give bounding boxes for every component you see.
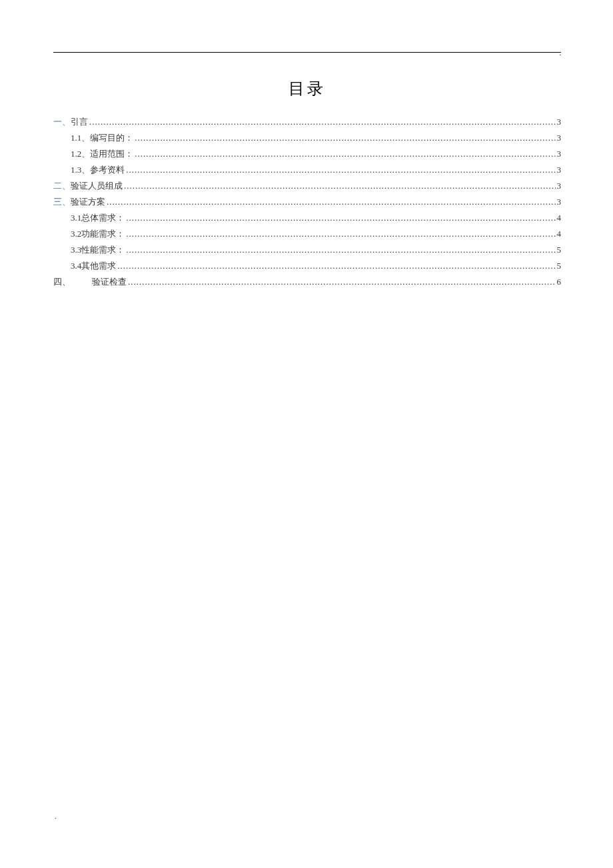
toc-entry: 3.4 其他需求5 — [53, 258, 561, 274]
toc-entry-prefix: 一、 — [53, 114, 71, 130]
toc-entry-page: 5 — [557, 258, 562, 274]
toc-entry-page: 3 — [557, 194, 562, 210]
toc-entry-prefix: 1.3、 — [71, 162, 90, 178]
toc-entry: 四、验证检查6 — [53, 274, 561, 290]
toc-entry-page: 3 — [557, 178, 562, 194]
toc-entry-page: 6 — [557, 274, 562, 290]
toc-entry-prefix: 1.2、 — [71, 146, 90, 162]
toc-entry-page: 4 — [557, 226, 562, 242]
toc-entry-label: 总体需求： — [81, 210, 125, 226]
toc-entry-label: 验证方案 — [71, 194, 105, 210]
toc-dot-leader — [124, 178, 556, 194]
toc-dot-leader — [128, 274, 556, 290]
toc-entry: 1.1、编写目的：3 — [53, 130, 561, 146]
toc-entry-label: 引言 — [71, 114, 88, 130]
toc-entry[interactable]: 一、引言3 — [53, 114, 561, 130]
toc-entry-page: 3 — [557, 114, 562, 130]
toc-entry-label: 其他需求 — [81, 258, 116, 274]
toc-entry-prefix: 三、 — [53, 194, 71, 210]
toc-dot-leader — [126, 162, 555, 178]
toc-entry-label: 验证人员组成 — [71, 178, 123, 194]
toc-entry-label: 编写目的： — [90, 130, 133, 146]
toc-entry-prefix: 1.1、 — [71, 130, 90, 146]
footer-decorative-dot: . — [55, 813, 57, 820]
page-container: . 目录 一、引言31.1、编写目的：31.2、适用范围：31.3、参考资料3二… — [0, 0, 613, 342]
toc-entry-prefix: 二、 — [53, 178, 71, 194]
toc-entry-label: 性能需求： — [81, 242, 125, 258]
toc-entry: 3.2 功能需求：4 — [53, 226, 561, 242]
toc-entry-label: 适用范围： — [90, 146, 133, 162]
header-horizontal-rule — [53, 52, 561, 53]
toc-entry-label: 验证检查 — [92, 274, 127, 290]
toc-dot-leader — [126, 242, 555, 258]
toc-entry: 1.2、适用范围：3 — [53, 146, 561, 162]
header-decorative-dot: . — [560, 49, 562, 57]
toc-entry-prefix: 3.1 — [71, 210, 81, 226]
toc-dot-leader — [107, 194, 556, 210]
toc-dot-leader — [135, 130, 555, 146]
toc-dot-leader — [89, 114, 556, 130]
toc-entry: 1.3、参考资料3 — [53, 162, 561, 178]
toc-title: 目录 — [53, 78, 561, 99]
toc-entry-page: 5 — [557, 242, 562, 258]
toc-list: 一、引言31.1、编写目的：31.2、适用范围：31.3、参考资料3二、验证人员… — [53, 114, 561, 290]
toc-entry-prefix: 3.2 — [71, 226, 81, 242]
toc-entry-page: 3 — [557, 146, 562, 162]
toc-entry: 3.3 性能需求：5 — [53, 242, 561, 258]
toc-dot-leader — [126, 210, 555, 226]
toc-entry[interactable]: 三、验证方案3 — [53, 194, 561, 210]
toc-entry-label: 功能需求： — [81, 226, 125, 242]
toc-entry-page: 3 — [557, 162, 562, 178]
toc-entry-prefix: 3.4 — [71, 258, 81, 274]
toc-entry-prefix: 四、 — [53, 274, 71, 290]
toc-dot-leader — [135, 146, 555, 162]
toc-entry[interactable]: 二、验证人员组成3 — [53, 178, 561, 194]
toc-entry-page: 3 — [557, 130, 562, 146]
toc-dot-leader — [117, 258, 555, 274]
toc-entry-label: 参考资料 — [90, 162, 125, 178]
toc-entry-prefix: 3.3 — [71, 242, 81, 258]
toc-entry: 3.1 总体需求：4 — [53, 210, 561, 226]
toc-entry-page: 4 — [557, 210, 562, 226]
toc-dot-leader — [126, 226, 555, 242]
